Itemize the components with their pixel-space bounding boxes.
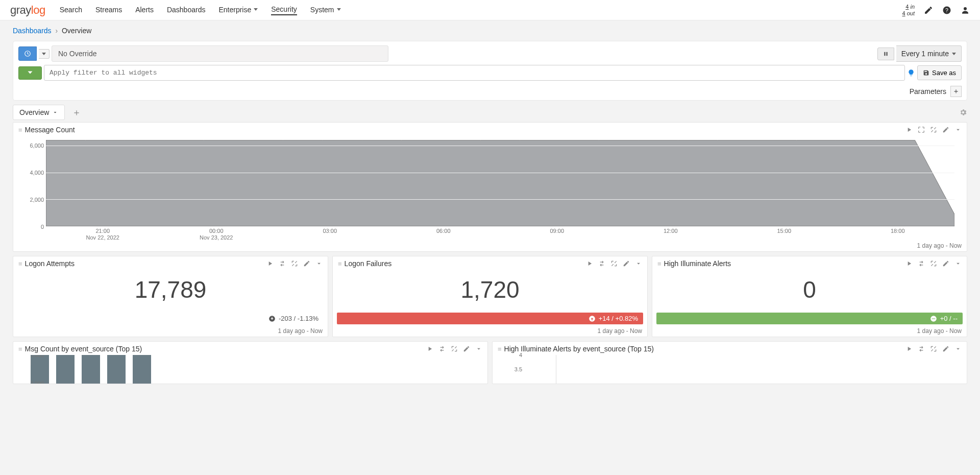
nav-streams[interactable]: Streams bbox=[95, 5, 122, 15]
override-display[interactable]: No Override bbox=[52, 45, 388, 62]
edit-icon[interactable] bbox=[463, 345, 470, 352]
nav-right: 4 in 4 out ? bbox=[902, 4, 970, 16]
bar-chart[interactable]: 30,00035,000 bbox=[31, 355, 482, 384]
play-icon[interactable] bbox=[905, 345, 913, 352]
edit-icon[interactable] bbox=[942, 345, 949, 352]
brand-logo[interactable]: graylog bbox=[10, 4, 45, 17]
widget-title: High Illuminate Alerts by event_source (… bbox=[504, 345, 905, 353]
breadcrumb-current: Overview bbox=[62, 27, 91, 35]
svg-rect-0 bbox=[925, 6, 926, 8]
drag-handle-icon[interactable]: ≡ bbox=[338, 260, 341, 268]
nav-security[interactable]: Security bbox=[271, 5, 297, 15]
svg-rect-5 bbox=[884, 52, 885, 55]
pause-button[interactable] bbox=[877, 48, 894, 60]
widget-message-count: ≡ Message Count 02,0004,0006,000 21:00No… bbox=[13, 122, 967, 252]
neutral-icon bbox=[930, 315, 937, 322]
throughput-stats[interactable]: 4 in 4 out bbox=[902, 4, 915, 16]
widget-logon-attempts: ≡ Logon Attempts 17,789 -203 / -1.13% 1 … bbox=[13, 256, 328, 337]
line-chart[interactable]: 3.54 bbox=[510, 355, 962, 384]
widget-footer: 1 day ago - Now bbox=[333, 326, 647, 337]
widget-title: Logon Attempts bbox=[25, 259, 266, 268]
widget-logon-failures: ≡ Logon Failures 1,720 +14 / +0.82% 1 da… bbox=[332, 256, 648, 337]
metric-value: 17,789 bbox=[13, 269, 328, 313]
widget-footer: 1 day ago - Now bbox=[652, 326, 967, 337]
play-icon[interactable] bbox=[905, 126, 913, 133]
expand-icon[interactable] bbox=[930, 345, 937, 352]
metric-value: 0 bbox=[652, 269, 967, 313]
tab-strip: Overview ＋ bbox=[13, 105, 967, 120]
widget-title: Logon Failures bbox=[345, 259, 586, 268]
nav-search[interactable]: Search bbox=[60, 5, 82, 15]
widget-footer: 1 day ago - Now bbox=[13, 241, 967, 251]
query-controls: No Override Every 1 minute Save as Param… bbox=[13, 41, 967, 101]
nav-alerts[interactable]: Alerts bbox=[135, 5, 154, 15]
expand-icon[interactable] bbox=[291, 260, 298, 267]
time-range-dropdown[interactable] bbox=[39, 49, 50, 59]
widget-title: Message Count bbox=[25, 126, 905, 134]
chev-icon[interactable] bbox=[954, 126, 962, 133]
swap-icon[interactable] bbox=[438, 345, 446, 352]
widgets-area: ≡ Message Count 02,0004,0006,000 21:00No… bbox=[13, 122, 967, 388]
trend-indicator: +0 / -- bbox=[656, 313, 963, 324]
top-nav: graylog SearchStreamsAlertsDashboardsEnt… bbox=[0, 0, 980, 20]
expand-icon[interactable] bbox=[451, 345, 458, 352]
expand-icon[interactable] bbox=[610, 260, 618, 267]
nav-enterprise[interactable]: Enterprise bbox=[218, 5, 258, 15]
swap-icon[interactable] bbox=[918, 260, 925, 267]
edit-icon[interactable] bbox=[942, 260, 949, 267]
user-icon[interactable] bbox=[961, 6, 970, 15]
expand-icon[interactable] bbox=[930, 260, 937, 267]
edit-icon[interactable] bbox=[942, 126, 949, 133]
drag-handle-icon[interactable]: ≡ bbox=[498, 345, 501, 353]
swap-icon[interactable] bbox=[918, 345, 925, 352]
refresh-interval-select[interactable]: Every 1 minute bbox=[896, 45, 962, 62]
expand-icon[interactable] bbox=[930, 126, 937, 133]
play-icon[interactable] bbox=[586, 260, 593, 267]
swap-icon[interactable] bbox=[598, 260, 605, 267]
gear-icon[interactable] bbox=[959, 108, 967, 116]
nav-system[interactable]: System bbox=[310, 5, 341, 15]
metric-value: 1,720 bbox=[333, 269, 647, 313]
svg-text:?: ? bbox=[945, 7, 948, 13]
drag-handle-icon[interactable]: ≡ bbox=[657, 260, 661, 268]
message-count-chart[interactable]: 02,0004,0006,000 21:00Nov 22, 202200:00N… bbox=[31, 139, 957, 241]
widget-high-illuminate-alerts: ≡ High Illuminate Alerts 0 +0 / -- 1 day… bbox=[652, 256, 967, 337]
chev-icon[interactable] bbox=[954, 260, 962, 267]
hint-icon[interactable] bbox=[907, 69, 915, 77]
edit-icon[interactable] bbox=[623, 260, 630, 267]
add-tab-button[interactable]: ＋ bbox=[69, 105, 84, 120]
help-icon[interactable]: ? bbox=[942, 6, 951, 15]
parameters-label: Parameters bbox=[910, 87, 946, 96]
widget-footer: 1 day ago - Now bbox=[13, 326, 328, 337]
tab-overview[interactable]: Overview bbox=[13, 105, 65, 120]
chev-icon[interactable] bbox=[954, 345, 962, 352]
filter-input[interactable] bbox=[44, 65, 905, 81]
svg-point-3 bbox=[964, 7, 967, 10]
save-as-button[interactable]: Save as bbox=[917, 65, 962, 80]
play-icon[interactable] bbox=[905, 260, 913, 267]
drag-handle-icon[interactable]: ≡ bbox=[18, 260, 22, 268]
edit-icon[interactable] bbox=[303, 260, 310, 267]
chev-icon[interactable] bbox=[475, 345, 482, 352]
widget-msg-count-by-source: ≡ Msg Count by event_source (Top 15) 30,… bbox=[13, 341, 488, 384]
drag-handle-icon[interactable]: ≡ bbox=[18, 345, 22, 353]
swap-icon[interactable] bbox=[279, 260, 286, 267]
breadcrumb-root[interactable]: Dashboards bbox=[13, 27, 52, 35]
filter-toggle-button[interactable] bbox=[18, 66, 42, 80]
play-icon[interactable] bbox=[426, 345, 433, 352]
nav-dashboards[interactable]: Dashboards bbox=[167, 5, 206, 15]
time-range-button[interactable] bbox=[18, 46, 37, 61]
focus-icon[interactable] bbox=[918, 126, 925, 133]
breadcrumb: Dashboards › Overview bbox=[0, 20, 980, 41]
trend-indicator: +14 / +0.82% bbox=[337, 313, 643, 324]
widget-title: Msg Count by event_source (Top 15) bbox=[25, 345, 426, 353]
widget-alerts-by-source: ≡ High Illuminate Alerts by event_source… bbox=[492, 341, 967, 384]
edit-icon[interactable] bbox=[924, 6, 933, 15]
add-parameter-button[interactable]: ＋ bbox=[950, 86, 962, 97]
play-icon[interactable] bbox=[266, 260, 274, 267]
widget-title: High Illuminate Alerts bbox=[664, 259, 905, 268]
chev-icon[interactable] bbox=[315, 260, 323, 267]
chev-icon[interactable] bbox=[635, 260, 642, 267]
trend-indicator: -203 / -1.13% bbox=[17, 313, 324, 324]
drag-handle-icon[interactable]: ≡ bbox=[18, 126, 22, 134]
